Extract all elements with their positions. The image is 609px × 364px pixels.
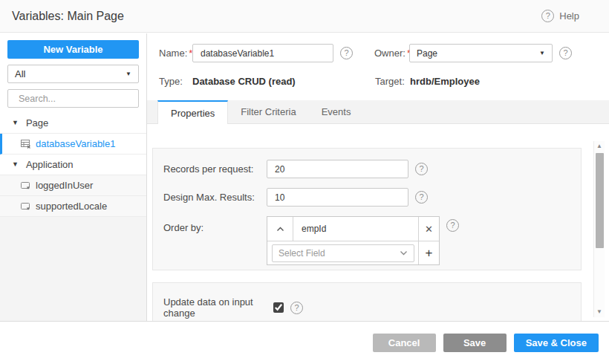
tree-item-supportedlocale[interactable]: supportedLocale	[0, 196, 146, 217]
plus-icon: +	[426, 246, 433, 261]
design-max-results-input[interactable]	[267, 188, 408, 207]
search-input[interactable]	[19, 94, 138, 104]
cancel-button[interactable]: Cancel	[373, 334, 436, 352]
tree-item-label: loggedInUser	[36, 180, 93, 191]
tab-filter-criteria[interactable]: Filter Criteria	[228, 100, 308, 123]
close-icon: ✕	[425, 224, 433, 235]
order-by-help-icon[interactable]: ?	[446, 219, 459, 232]
owner-label: Owner:*	[374, 48, 409, 59]
select-field-wrap: Select Field	[267, 241, 418, 264]
owner-help-icon[interactable]: ?	[559, 47, 572, 59]
tab-properties[interactable]: Properties	[157, 100, 228, 124]
save-button[interactable]: Save	[443, 334, 507, 352]
name-label: Name:*	[159, 48, 192, 59]
tree-group-label: Page	[26, 117, 48, 129]
tab-events[interactable]: Events	[309, 100, 364, 123]
page-title: Variables: Main Page	[12, 10, 124, 23]
chevron-down-icon: ▼	[126, 71, 131, 77]
scrollbar-thumb[interactable]	[596, 153, 604, 248]
name-help-icon[interactable]: ?	[340, 47, 353, 59]
tree-group-page[interactable]: ▼ Page	[0, 113, 146, 134]
records-per-request-row: Records per request: ?	[153, 160, 581, 178]
update-on-input-help-icon[interactable]: ?	[290, 302, 303, 314]
properties-tab-content: Records per request: ? Design Max. Resul…	[147, 140, 609, 321]
data-settings-section: Records per request: ? Design Max. Resul…	[152, 148, 582, 270]
design-max-results-row: Design Max. Results: ?	[153, 188, 581, 207]
sort-direction-button[interactable]	[267, 217, 293, 241]
type-target-row: Type: Database CRUD (read) Target: hrdb/…	[147, 72, 609, 91]
add-order-field-button[interactable]: +	[418, 241, 439, 264]
order-by-entry-row: empId ✕	[267, 217, 439, 241]
max-results-help-icon[interactable]: ?	[415, 191, 428, 204]
tree-group-application[interactable]: ▼ Application	[0, 155, 146, 175]
variable-filter-dropdown[interactable]: All ▼	[7, 65, 139, 83]
variables-dialog: Variables: Main Page ? Help New Variable…	[0, 0, 609, 364]
records-per-request-label: Records per request:	[163, 163, 267, 175]
variable-detail-panel: Name:* ? Owner:* Page ▼ ? Type: Database…	[147, 33, 609, 321]
tree-item-databasevariable1[interactable]: databaseVariable1	[0, 134, 146, 155]
database-variable-icon	[21, 140, 30, 149]
filter-selected-value: All	[15, 68, 25, 79]
target-label: Target:	[375, 76, 410, 87]
tree-item-label: supportedLocale	[36, 201, 107, 212]
help-icon: ?	[541, 10, 554, 22]
order-by-add-row: Select Field +	[267, 241, 439, 264]
variables-sidebar: New Variable All ▼ ▼ Page	[0, 33, 147, 321]
records-help-icon[interactable]: ?	[415, 163, 428, 175]
tree-group-label: Application	[26, 159, 74, 170]
owner-dropdown[interactable]: Page ▼	[409, 44, 553, 62]
dialog-footer: Cancel Save Save & Close	[0, 321, 609, 364]
records-per-request-input[interactable]	[267, 160, 408, 178]
select-field-placeholder: Select Field	[279, 248, 325, 259]
name-input[interactable]	[192, 44, 333, 62]
tree-item-loggedinuser[interactable]: loggedInUser	[0, 175, 146, 196]
collapse-arrow-icon: ▼	[12, 120, 19, 126]
dialog-body: New Variable All ▼ ▼ Page	[0, 33, 609, 321]
select-field-dropdown[interactable]: Select Field	[272, 244, 414, 262]
save-and-close-button[interactable]: Save & Close	[514, 334, 599, 352]
chevron-up-icon	[276, 227, 284, 232]
type-label: Type:	[159, 76, 192, 87]
owner-selected-value: Page	[417, 48, 437, 59]
variable-meta: Name:* ? Owner:* Page ▼ ? Type: Database…	[147, 33, 609, 91]
update-on-input-checkbox[interactable]	[273, 302, 284, 313]
content-scrollbar[interactable]: ▲ ▼	[593, 141, 605, 317]
static-variable-icon	[21, 181, 30, 190]
new-variable-button[interactable]: New Variable	[7, 40, 139, 59]
order-by-field-value: empId	[293, 224, 418, 234]
design-max-results-label: Design Max. Results:	[163, 192, 267, 203]
target-value: hrdb/Employee	[410, 76, 480, 87]
update-on-input-label: Update data on input change	[163, 296, 273, 319]
collapse-arrow-icon: ▼	[12, 161, 19, 168]
tree-empty-area	[0, 217, 146, 321]
chevron-down-icon: ▼	[539, 51, 545, 56]
tree-item-label: databaseVariable1	[36, 138, 115, 149]
behavior-section: Update data on input change ? Request da…	[152, 282, 582, 321]
scroll-down-icon[interactable]: ▼	[596, 307, 602, 317]
type-value: Database CRUD (read)	[192, 76, 375, 87]
order-by-label: Order by:	[163, 222, 267, 233]
update-on-input-row: Update data on input change ?	[153, 296, 581, 319]
scroll-up-icon[interactable]: ▲	[596, 141, 602, 152]
order-by-widget: empId ✕ Select Field	[267, 216, 440, 265]
order-by-row: Order by: empId ✕	[153, 216, 581, 265]
remove-order-field-button[interactable]: ✕	[418, 217, 439, 241]
detail-tabs: Properties Filter Criteria Events	[147, 100, 609, 124]
dialog-header: Variables: Main Page ? Help	[0, 0, 609, 33]
static-variable-icon	[21, 202, 30, 211]
chevron-down-icon	[400, 250, 408, 256]
search-box	[7, 89, 139, 108]
help-label: Help	[559, 10, 579, 22]
help-button[interactable]: ? Help	[541, 10, 579, 22]
variables-tree: ▼ Page databaseVariable1	[0, 113, 146, 321]
name-owner-row: Name:* ? Owner:* Page ▼ ?	[147, 44, 609, 62]
